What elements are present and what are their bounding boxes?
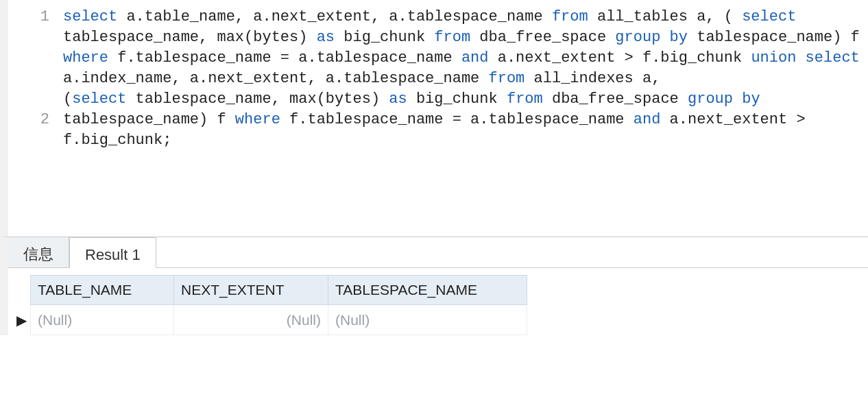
row-indicator-icon: ▶ [16,305,30,335]
grid-data-row[interactable]: ▶ (Null) (Null) (Null) [16,305,860,335]
result-panel: 信息 Result 1 TABLE_NAME NEXT_EXTENT TABLE… [0,237,868,335]
tab-result-1-label: Result 1 [85,246,141,264]
code-line: select a.table_name, a.next_extent, a.ta… [63,7,861,89]
line-number: 1 [15,7,49,27]
cell-tablespace-name[interactable]: (Null) [328,305,527,335]
column-header-table-name[interactable]: TABLE_NAME [30,275,174,305]
grid-header-row: TABLE_NAME NEXT_EXTENT TABLESPACE_NAME [30,275,860,305]
line-number-gutter: 12 [15,7,63,237]
column-header-next-extent[interactable]: NEXT_EXTENT [174,275,328,305]
tab-info[interactable]: 信息 [8,237,69,267]
code-line: (select tablespace_name, max(bytes) as b… [63,89,861,151]
cell-table-name[interactable]: (Null) [30,305,174,335]
result-tabs: 信息 Result 1 [8,237,868,268]
cell-next-extent[interactable]: (Null) [174,305,328,335]
tab-result-1[interactable]: Result 1 [69,237,156,268]
sql-editor-pane: 12 select a.table_name, a.next_extent, a… [0,0,868,237]
line-number: 2 [15,110,49,130]
tab-info-label: 信息 [23,244,53,265]
column-header-tablespace-name[interactable]: TABLESPACE_NAME [328,275,527,305]
result-grid: TABLE_NAME NEXT_EXTENT TABLESPACE_NAME ▶… [8,268,868,335]
sql-code-area[interactable]: select a.table_name, a.next_extent, a.ta… [63,7,861,237]
